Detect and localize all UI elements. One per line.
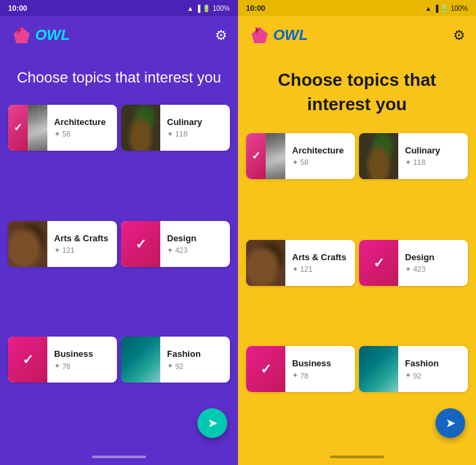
light-panel: 10:00 ▲ ▐ 🔋 100% OWL ⚙ Choose topics tha… [238, 0, 476, 465]
status-time-light: 10:00 [246, 4, 265, 12]
count-icon: ✦ [167, 246, 173, 255]
topic-thumb-fashion-dark [121, 337, 160, 383]
topic-info-fashion-light: Fashion ✦ 92 [398, 353, 468, 385]
topic-card-culinary-dark[interactable]: Culinary ✦ 118 [121, 105, 230, 151]
topic-name-business-dark: Business [54, 349, 110, 359]
svg-marker-0 [14, 27, 30, 43]
topic-thumb-culinary-light [359, 133, 398, 179]
status-icons-dark: ▲ ▐ 🔋 100% [187, 5, 230, 12]
logo-text-dark: OWL [35, 26, 70, 44]
topic-info-culinary-light: Culinary ✦ 118 [398, 140, 468, 172]
topic-count-arts-light: ✦ 121 [292, 265, 348, 274]
fab-dark[interactable]: ➤ [197, 408, 227, 438]
heading-text-light: Choose topics that interest you [254, 68, 460, 117]
logo-light: OWL [249, 24, 308, 46]
topic-count-fashion-dark: ✦ 92 [167, 362, 223, 370]
count-icon: ✦ [167, 130, 173, 139]
status-bar-dark: 10:00 ▲ ▐ 🔋 100% [0, 0, 238, 16]
owl-logo-icon-light [249, 24, 270, 46]
home-indicator-dark [0, 449, 238, 465]
arch-check-dark: ✓ [8, 105, 28, 151]
count-icon: ✦ [405, 265, 411, 274]
topic-thumb-arts-light [246, 240, 285, 286]
fab-icon-light: ➤ [446, 416, 456, 431]
topic-thumb-business-light: ✓ [246, 346, 285, 392]
topic-card-architecture-dark[interactable]: ✓ Architecture ✦ 58 [8, 105, 117, 151]
topic-info-architecture-light: Architecture ✦ 58 [285, 140, 355, 172]
fab-light[interactable]: ➤ [435, 408, 465, 438]
topic-info-design-light: Design ✦ 423 [398, 247, 468, 279]
count-icon: ✦ [292, 265, 298, 274]
topic-info-culinary-dark: Culinary ✦ 118 [160, 112, 230, 144]
topic-name-architecture-light: Architecture [292, 145, 348, 155]
topic-thumb-culinary-dark [121, 105, 160, 151]
topic-info-arts-dark: Arts & Crafts ✦ 121 [47, 228, 117, 260]
topic-info-business-light: Business ✦ 78 [285, 353, 355, 385]
battery-icon: 🔋 [202, 5, 210, 12]
battery-percent: 100% [212, 5, 230, 12]
topic-thumb-design-light: ✓ [359, 240, 398, 286]
topic-thumb-business-dark: ✓ [8, 337, 47, 383]
topic-thumb-design-dark: ✓ [121, 221, 160, 267]
topic-count-fashion-light: ✦ 92 [405, 371, 461, 380]
settings-icon-dark[interactable]: ⚙ [215, 27, 227, 43]
topic-name-fashion-light: Fashion [405, 358, 461, 368]
heading-light: Choose topics that interest you [238, 54, 476, 133]
topic-count-design-light: ✦ 423 [405, 265, 461, 274]
topic-card-arts-light[interactable]: Arts & Crafts ✦ 121 [246, 240, 355, 286]
count-icon: ✦ [405, 158, 411, 167]
topic-name-culinary-dark: Culinary [167, 117, 223, 127]
arch-img-light [266, 133, 285, 179]
count-icon: ✦ [405, 371, 411, 380]
wifi-icon: ▲ [187, 5, 193, 12]
topic-count-architecture-light: ✦ 58 [292, 158, 348, 167]
app-bar-light: OWL ⚙ [238, 16, 476, 54]
battery-percent-light: 100% [450, 5, 468, 12]
topic-info-fashion-dark: Fashion ✦ 92 [160, 343, 230, 376]
heading-dark: Choose topics that interest you [0, 54, 238, 105]
topic-count-business-light: ✦ 78 [292, 371, 348, 380]
topic-name-fashion-dark: Fashion [167, 349, 223, 359]
count-icon: ✦ [292, 158, 298, 167]
topic-info-business-dark: Business ✦ 78 [47, 343, 117, 376]
wifi-icon-light: ▲ [425, 5, 431, 12]
settings-icon-light[interactable]: ⚙ [453, 27, 465, 43]
topic-thumb-architecture-light: ✓ [246, 133, 285, 179]
svg-marker-2 [252, 27, 268, 43]
topic-name-arts-dark: Arts & Crafts [54, 233, 110, 243]
topic-card-fashion-dark[interactable]: Fashion ✦ 92 [121, 337, 230, 383]
signal-icon: ▐ [195, 5, 200, 12]
status-bar-light: 10:00 ▲ ▐ 🔋 100% [238, 0, 476, 16]
topic-count-culinary-light: ✦ 118 [405, 158, 461, 167]
topic-count-design-dark: ✦ 423 [167, 246, 223, 255]
topic-card-architecture-light[interactable]: ✓ Architecture ✦ 58 [246, 133, 355, 179]
topic-card-fashion-light[interactable]: Fashion ✦ 92 [359, 346, 468, 392]
dark-panel: 10:00 ▲ ▐ 🔋 100% OWL ⚙ Choose topics tha… [0, 0, 238, 465]
topic-card-culinary-light[interactable]: Culinary ✦ 118 [359, 133, 468, 179]
topic-card-business-dark[interactable]: ✓ Business ✦ 78 [8, 337, 117, 383]
topic-card-design-light[interactable]: ✓ Design ✦ 423 [359, 240, 468, 286]
topic-card-business-light[interactable]: ✓ Business ✦ 78 [246, 346, 355, 392]
logo-dark: OWL [11, 24, 70, 46]
topic-count-business-dark: ✦ 78 [54, 362, 110, 370]
topic-info-design-dark: Design ✦ 423 [160, 228, 230, 260]
logo-text-light: OWL [273, 26, 308, 44]
topic-thumb-architecture-dark: ✓ [8, 105, 47, 151]
battery-icon-light: 🔋 [440, 5, 448, 12]
topic-count-arts-dark: ✦ 121 [54, 246, 110, 255]
topic-name-business-light: Business [292, 358, 348, 368]
topic-name-design-light: Design [405, 252, 461, 262]
topic-info-arts-light: Arts & Crafts ✦ 121 [285, 247, 355, 279]
home-bar-light [330, 456, 384, 458]
app-bar-dark: OWL ⚙ [0, 16, 238, 54]
arch-img-dark [28, 105, 47, 151]
signal-icon-light: ▐ [433, 5, 438, 12]
topics-grid-dark: ✓ Architecture ✦ 58 Culinary ✦ 118 [0, 105, 238, 449]
topic-card-arts-dark[interactable]: Arts & Crafts ✦ 121 [8, 221, 117, 267]
count-icon: ✦ [54, 130, 60, 139]
topic-count-architecture-dark: ✦ 58 [54, 130, 110, 139]
topic-thumb-arts-dark [8, 221, 47, 267]
topic-card-design-dark[interactable]: ✓ Design ✦ 423 [121, 221, 230, 267]
home-bar-dark [92, 456, 146, 458]
topic-name-culinary-light: Culinary [405, 145, 461, 155]
